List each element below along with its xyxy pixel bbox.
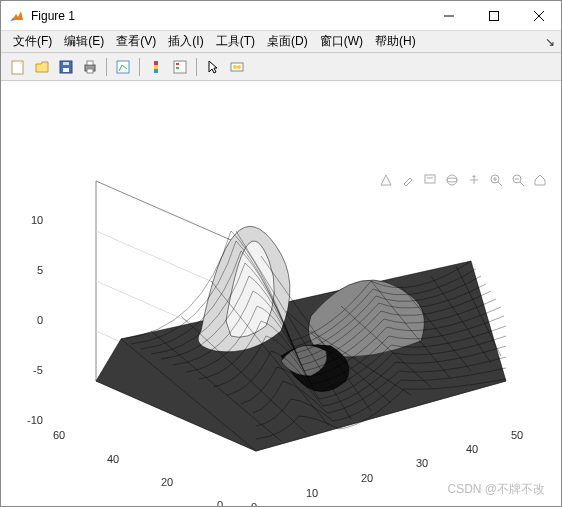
close-button[interactable] [516, 1, 561, 30]
toolbar-separator [196, 58, 197, 76]
y-tick: 60 [53, 429, 65, 441]
surface-plot[interactable] [1, 81, 561, 501]
z-tick: 0 [37, 314, 43, 326]
x-tick: 50 [511, 429, 523, 441]
plot-area: 10 5 0 -5 -10 60 40 20 0 0 10 20 30 40 5… [1, 81, 562, 506]
svg-rect-7 [63, 62, 69, 65]
svg-point-21 [233, 65, 237, 69]
svg-rect-1 [489, 11, 498, 20]
x-tick: 40 [466, 443, 478, 455]
new-figure-button[interactable] [7, 56, 29, 78]
svg-rect-16 [154, 69, 158, 73]
titlebar: Figure 1 [1, 1, 561, 31]
watermark: CSDN @不牌不改 [447, 481, 545, 498]
insert-legend-button[interactable] [169, 56, 191, 78]
menu-insert[interactable]: 插入(I) [162, 31, 209, 52]
menu-view[interactable]: 查看(V) [110, 31, 162, 52]
menu-desktop[interactable]: 桌面(D) [261, 31, 314, 52]
svg-rect-15 [154, 65, 158, 69]
dock-control-icon[interactable]: ↘ [545, 35, 555, 49]
insert-colorbar-button[interactable] [145, 56, 167, 78]
toolbar-separator [139, 58, 140, 76]
svg-rect-6 [63, 68, 69, 72]
matlab-logo-icon [9, 8, 25, 24]
svg-point-22 [237, 65, 241, 69]
toolbar [1, 53, 561, 81]
z-tick: 10 [31, 214, 43, 226]
toolbar-separator [106, 58, 107, 76]
print-button[interactable] [79, 56, 101, 78]
svg-rect-9 [87, 61, 93, 65]
save-button[interactable] [55, 56, 77, 78]
link-button[interactable] [226, 56, 248, 78]
z-tick: -5 [33, 364, 43, 376]
x-tick: 10 [306, 487, 318, 499]
svg-rect-18 [176, 63, 179, 65]
cursor-button[interactable] [202, 56, 224, 78]
maximize-button[interactable] [471, 1, 516, 30]
minimize-button[interactable] [426, 1, 471, 30]
z-tick: 5 [37, 264, 43, 276]
y-tick: 20 [161, 476, 173, 488]
menu-help[interactable]: 帮助(H) [369, 31, 422, 52]
svg-rect-17 [174, 61, 186, 73]
edit-plot-button[interactable] [112, 56, 134, 78]
z-tick: -10 [27, 414, 43, 426]
x-tick: 0 [251, 501, 257, 507]
svg-rect-11 [117, 61, 129, 73]
menubar: 文件(F) 编辑(E) 查看(V) 插入(I) 工具(T) 桌面(D) 窗口(W… [1, 31, 561, 53]
menu-edit[interactable]: 编辑(E) [58, 31, 110, 52]
svg-rect-10 [87, 69, 93, 73]
menu-file[interactable]: 文件(F) [7, 31, 58, 52]
menu-window[interactable]: 窗口(W) [314, 31, 369, 52]
x-tick: 20 [361, 472, 373, 484]
y-tick: 40 [107, 453, 119, 465]
svg-rect-19 [176, 67, 179, 69]
menu-tools[interactable]: 工具(T) [210, 31, 261, 52]
open-button[interactable] [31, 56, 53, 78]
y-tick: 0 [217, 499, 223, 507]
x-tick: 30 [416, 457, 428, 469]
window-title: Figure 1 [31, 9, 426, 23]
